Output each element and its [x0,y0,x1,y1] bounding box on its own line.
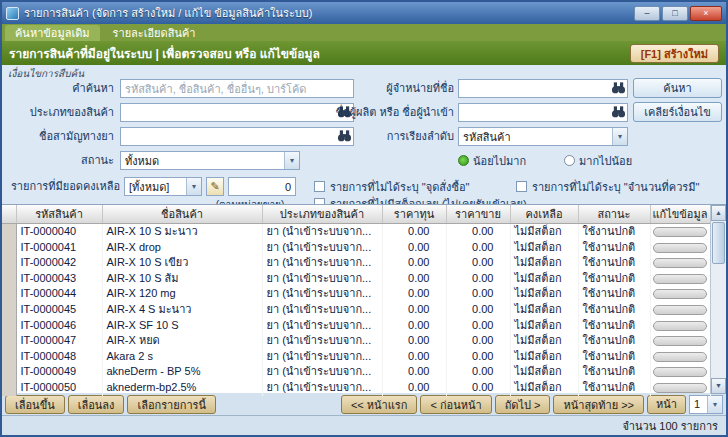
edit-row-button[interactable] [653,258,707,268]
sort-ascending-radio[interactable]: น้อยไปมาก [458,151,526,170]
column-header[interactable]: ประเภทของสินค้า [262,205,382,224]
select-this-row-button[interactable]: เลือกรายการนี้ [127,395,216,414]
row-selector[interactable] [2,364,16,380]
tab-search-existing[interactable]: ค้นหาข้อมูลเดิม [5,25,100,41]
column-header[interactable]: สถานะ [578,205,650,224]
checkbox-icon [314,181,325,192]
table-row[interactable]: IT-0000047AIR-X หยดยา (นำเข้าระบบจาก...0… [2,333,710,349]
scrollbar-thumb[interactable] [712,222,725,264]
last-page-button[interactable]: หน้าสุดท้าย >> [553,395,644,414]
supplier-input[interactable] [458,79,628,98]
edit-row-button[interactable] [653,336,707,346]
table-row[interactable]: IT-0000041AIR-X dropยา (นำเข้าระบบจาก...… [2,240,710,256]
product-type-input[interactable] [120,103,354,122]
table-row[interactable]: IT-0000045AIR-X 4 S มะนาวยา (นำเข้าระบบจ… [2,302,710,318]
edit-row-button[interactable] [653,367,707,377]
table-row[interactable]: IT-0000049akneDerm - BP 5%ยา (นำเข้าระบบ… [2,364,710,380]
row-selector[interactable] [2,333,16,349]
cell-price: 0.00 [446,286,510,302]
minimize-icon[interactable]: – [634,6,660,21]
page-value: 1 [694,398,700,410]
page-select[interactable]: 1 ▾ [689,395,723,414]
edit-row-button[interactable] [653,383,707,393]
binoculars-icon[interactable] [611,106,626,118]
edit-row-button[interactable] [653,352,707,362]
edit-row-button[interactable] [653,227,707,237]
pencil-icon[interactable]: ✎ [206,177,224,196]
column-header[interactable]: คงเหลือ [510,205,578,224]
move-row-up-button[interactable]: เลื่อนขึ้น [5,395,65,414]
cell-edit [650,240,710,256]
column-header[interactable]: ราคาทุน [382,205,446,224]
manufacturer-input[interactable] [458,103,628,122]
table-row[interactable]: IT-0000048Akara 2 sยา (นำเข้าระบบจาก...0… [2,349,710,365]
prev-page-button[interactable]: < ก่อนหน้า [420,395,491,414]
chevron-down-icon: ▾ [284,152,299,169]
table-row[interactable]: IT-0000042AIR-X 10 S เขียวยา (นำเข้าระบบ… [2,255,710,271]
table-row[interactable]: IT-0000050aknederm-bp2.5%ยา (นำเข้าระบบจ… [2,380,710,396]
required-qty-checkbox[interactable]: รายการที่ไม่ได้ระบุ "จำนวนที่ควรมี" [516,179,699,194]
cell-code: IT-0000043 [16,271,102,287]
search-button[interactable]: ค้นหา [633,78,722,98]
edit-row-button[interactable] [653,305,707,315]
cell-type: ยา (นำเข้าระบบจาก... [262,271,382,287]
cell-status: ใช้งานปกติ [578,255,650,271]
cell-code: IT-0000041 [16,240,102,256]
edit-row-button[interactable] [653,243,707,253]
tab-product-detail[interactable]: รายละเอียดสินค้า [103,25,206,41]
edit-row-button[interactable] [653,321,707,331]
binoculars-icon[interactable] [337,130,352,142]
edit-row-button[interactable] [653,289,707,299]
first-page-button[interactable]: << หน้าแรก [341,395,418,414]
close-icon[interactable]: × [690,6,722,21]
column-header[interactable]: แก้ไขข้อมูล [650,205,710,224]
row-selector[interactable] [2,318,16,334]
edit-row-button[interactable] [653,274,707,284]
row-selector[interactable] [2,286,16,302]
column-header[interactable]: รหัสสินค้า [16,205,102,224]
cell-cost: 0.00 [382,333,446,349]
row-selector[interactable] [2,302,16,318]
cell-type: ยา (นำเข้าระบบจาก... [262,240,382,256]
table-row[interactable]: IT-0000046AIR-X SF 10 Sยา (นำเข้าระบบจาก… [2,318,710,334]
cell-code: IT-0000050 [16,380,102,396]
row-selector[interactable] [2,349,16,365]
radio-dot-icon [564,155,575,166]
clear-filters-button[interactable]: เคลียร์เงื่อนไข [633,102,722,122]
table-row[interactable]: IT-0000044AIR-X 120 mgยา (นำเข้าระบบจาก.… [2,286,710,302]
table-row[interactable]: IT-0000043AIR-X 10 S ส้มยา (นำเข้าระบบจา… [2,271,710,287]
sort-descending-radio[interactable]: มากไปน้อย [564,151,632,170]
row-selector[interactable] [2,255,16,271]
sort-select[interactable]: รหัสสินค้า ▾ [458,127,628,146]
cell-stock: ไม่มีสต็อก [510,240,578,256]
status-bar: จำนวน 100 รายการ [2,415,726,435]
cell-stock: ไม่มีสต็อก [510,349,578,365]
stock-filter-label: รายการที่มียอดคงเหลือ [4,177,120,196]
generic-name-input[interactable] [120,127,354,146]
scroll-up-icon[interactable]: ▲ [711,205,726,221]
maximize-icon[interactable]: □ [662,6,688,21]
cell-edit [650,333,710,349]
table-row[interactable]: IT-0000040AIR-X 10 S มะนาวยา (นำเข้าระบบ… [2,224,710,240]
cell-code: IT-0000045 [16,302,102,318]
column-header[interactable]: ชื่อสินค้า [102,205,262,224]
binoculars-icon[interactable] [611,82,626,94]
row-selector[interactable] [2,240,16,256]
vertical-scrollbar[interactable]: ▲ ▼ [710,205,726,394]
row-selector[interactable] [2,271,16,287]
cell-edit [650,318,710,334]
row-selector[interactable] [2,224,16,240]
move-row-down-button[interactable]: เลื่อนลง [68,395,125,414]
cell-cost: 0.00 [382,240,446,256]
reorder-point-checkbox[interactable]: รายการที่ไม่ได้ระบุ "จุดสั่งซื้อ" [314,179,469,194]
next-page-button[interactable]: ถัดไป > [495,395,551,414]
stock-qty-input[interactable] [228,177,296,196]
keyword-input[interactable] [120,79,354,98]
scroll-down-icon[interactable]: ▼ [711,378,726,394]
row-selector[interactable] [2,380,16,396]
status-select[interactable]: ทั้งหมด ▾ [120,151,300,170]
create-new-button[interactable]: [F1] สร้างใหม่ [630,44,719,63]
stock-filter-select[interactable]: [ทั้งหมด] ▾ [124,177,202,196]
column-header[interactable]: ราคาขาย [446,205,510,224]
chevron-down-icon: ▾ [186,178,201,195]
